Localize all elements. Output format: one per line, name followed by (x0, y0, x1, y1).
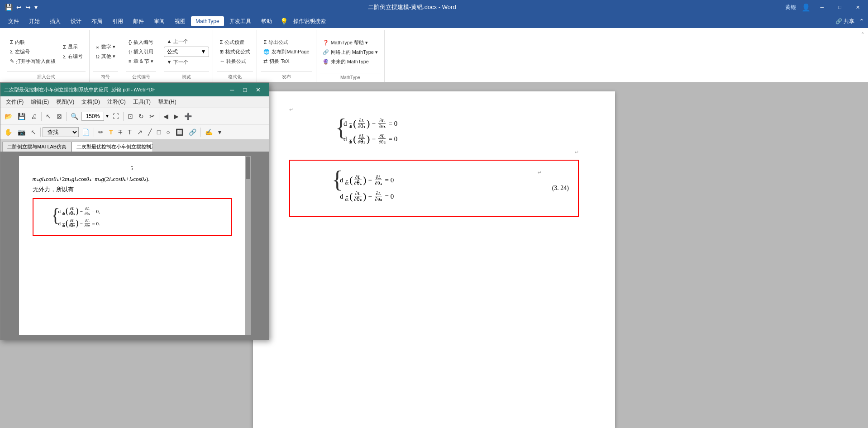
share-btn[interactable]: 🔗 共享 (835, 18, 854, 25)
pdf-select-btn[interactable]: ↖ (43, 111, 53, 121)
zoom-dropdown-icon[interactable]: ▼ (105, 114, 110, 119)
pdf-tab-2[interactable]: 二次型最优控制在小车倒立摆控制系统中的应用_彭锦 ✕ (72, 142, 153, 152)
save-btn-qa[interactable]: 💾 (4, 3, 14, 12)
ribbon: Σ 内联 Σ 左编号 ✎ 打开手写输入面板 Σ 显示 Σ (0, 28, 868, 82)
frac-dt-top2: dt (349, 133, 353, 144)
pdf-next-page-btn[interactable]: ▶ (172, 111, 181, 121)
formula-dropdown[interactable]: 公式 ▼ (164, 47, 209, 57)
pdf-menu-file[interactable]: 文件(F) (2, 97, 27, 107)
pdf-zoom-out-btn[interactable]: 🔍 (68, 111, 81, 121)
pdf-print-btn[interactable]: 🖨 (29, 111, 39, 121)
others-btn[interactable]: Ω 其他 ▾ (93, 52, 118, 61)
menu-design[interactable]: 设计 (66, 16, 86, 27)
menu-layout[interactable]: 布局 (87, 16, 107, 27)
menu-mathtype[interactable]: MathType (191, 16, 224, 26)
pdf-tab-1[interactable]: 二阶倒立摆与MATLAB仿真 (2, 142, 72, 152)
collapse-ribbon-icon[interactable]: ⌃ (861, 32, 864, 37)
pdf-rect-btn[interactable]: □ (155, 127, 163, 137)
pdf-open-btn[interactable]: 📂 (2, 111, 14, 121)
format-formula-btn[interactable]: ⊞ 格式化公式 (217, 48, 253, 56)
undo-btn-qa[interactable]: ↩ (15, 3, 23, 12)
pdf-arrow-btn[interactable]: ↗ (135, 127, 145, 137)
next-btn[interactable]: ▼ 下一个 (164, 58, 209, 67)
export-formula-btn[interactable]: Σ 导出公式 (261, 38, 312, 47)
pdf-menu-help[interactable]: 帮助(H) (154, 97, 180, 107)
menu-mailing[interactable]: 邮件 (129, 16, 148, 27)
pdf-dropdown-btn[interactable]: ▾ (216, 127, 224, 137)
pdf-underline-btn[interactable]: T (125, 127, 134, 137)
pdf-sign-btn[interactable]: ✍ (203, 127, 215, 137)
prev-btn[interactable]: ▲ 上一个 (164, 37, 209, 46)
mathtype-help-btn[interactable]: ❓ MathType 帮助 ▾ (320, 38, 381, 47)
pdf-menu-annot[interactable]: 注释(C) (104, 97, 129, 107)
publish-mathpage-btn[interactable]: 🌐 发布到MathPage (261, 48, 312, 56)
display-btn[interactable]: Σ 显示 (60, 43, 86, 51)
pdf-zoom-input[interactable] (81, 112, 104, 121)
ribbon-group-label-2: 符号 (93, 71, 118, 80)
pdf-search-select[interactable]: 查找 (43, 127, 79, 137)
handwrite-btn[interactable]: ✎ 打开手写输入面板 (7, 57, 58, 66)
switch-tex-btn[interactable]: ⇄ 切换 TeX (261, 57, 312, 66)
pdf-fullscreen-btn[interactable]: ⛶ (110, 111, 121, 121)
menu-home[interactable]: 开始 (24, 16, 44, 27)
right-num-btn[interactable]: Σ 右编号 (60, 52, 86, 61)
pdf-menu-tools[interactable]: 工具(T) (129, 97, 154, 107)
menu-file[interactable]: 文件 (4, 16, 24, 27)
pdf-hand-btn[interactable]: ✋ (2, 127, 14, 137)
formula-preset-btn[interactable]: Σ 公式预置 (217, 38, 253, 47)
chapter-section-btn[interactable]: ≡ 章 & 节 ▾ (126, 57, 156, 66)
pdf-stamp-btn[interactable]: 🔲 (173, 127, 186, 137)
menu-help[interactable]: 帮助 (257, 16, 277, 27)
pdf-menu-view[interactable]: 视图(V) (52, 97, 78, 107)
convert-formula-btn[interactable]: ↔ 转换公式 (217, 57, 253, 66)
pdf-scrollbar[interactable] (245, 156, 251, 335)
pdf-save-btn[interactable]: 💾 (15, 111, 28, 121)
pdf-cursor-btn[interactable]: ↖ (29, 127, 38, 137)
pdf-add-btn[interactable]: ➕ (182, 111, 194, 121)
pdf-fit-btn[interactable]: ⊡ (125, 111, 135, 121)
pdf-maximize-btn[interactable]: □ (238, 83, 251, 96)
pdf-doc-icon[interactable]: 📄 (80, 127, 92, 137)
frac-dL-dtheta2-top: ∂L ∂θ₂ (378, 133, 386, 145)
close-btn[interactable]: ✕ (851, 0, 864, 14)
pdf-strikethrough-btn[interactable]: T (116, 127, 125, 137)
web-mathtype-btn[interactable]: 🔗 网络上的 MathType ▾ (320, 48, 381, 57)
pdf-crop-btn[interactable]: ⊠ (54, 111, 64, 121)
menu-review[interactable]: 审阅 (149, 16, 169, 27)
pdf-close-btn[interactable]: ✕ (251, 83, 265, 96)
pdf-annot-btn[interactable]: ✏ (96, 127, 106, 137)
menu-insert[interactable]: 插入 (45, 16, 65, 27)
user-avatar[interactable]: 👤 (801, 3, 811, 12)
pdf-highlight-btn[interactable]: T (107, 127, 115, 137)
help-icon: ❓ (323, 40, 329, 46)
redo-btn-qa[interactable]: ↪ (24, 3, 32, 12)
pdf-page-number: 5 (33, 165, 232, 172)
insert-num-btn[interactable]: {} 插入编号 (126, 38, 156, 47)
insert-ref-btn[interactable]: {} 插入引用 (126, 48, 156, 56)
pdf-cut-btn[interactable]: ✂ (147, 111, 157, 121)
ribbon-col-symbol: ∞ 数字 ▾ Ω 其他 ▾ (93, 43, 118, 61)
pdf-minimize-btn[interactable]: ─ (225, 83, 238, 96)
pdf-menu-edit[interactable]: 编辑(E) (27, 97, 52, 107)
menu-references[interactable]: 引用 (108, 16, 128, 27)
menu-devtools[interactable]: 开发工具 (225, 16, 256, 27)
customize-qa[interactable]: ▾ (33, 3, 39, 12)
inline-btn[interactable]: Σ 内联 (7, 38, 58, 47)
pdf-circle-btn[interactable]: ○ (164, 127, 172, 137)
numbers-btn[interactable]: ∞ 数字 ▾ (93, 43, 118, 51)
pdf-menu-doc[interactable]: 文档(D) (78, 97, 104, 107)
pdf-rotate-btn[interactable]: ↻ (136, 111, 146, 121)
maximize-btn[interactable]: □ (834, 0, 846, 14)
menu-view[interactable]: 视图 (170, 16, 190, 27)
left-num-btn[interactable]: Σ 左编号 (7, 48, 58, 56)
future-mathtype-btn[interactable]: 🔮 未来的 MathType (320, 57, 381, 66)
preset-icon: Σ (219, 39, 223, 45)
collapse-ribbon-btn[interactable]: ⌃ (859, 18, 864, 25)
pdf-snapshot-btn[interactable]: 📷 (15, 127, 28, 137)
pdf-link-btn[interactable]: 🔗 (186, 127, 199, 137)
minimize-btn[interactable]: ─ (816, 0, 829, 14)
pdf-line-btn[interactable]: ╱ (146, 127, 154, 137)
pdf-scroll-thumb[interactable] (246, 157, 250, 179)
menu-search[interactable]: 操作说明搜索 (289, 16, 330, 27)
pdf-prev-page-btn[interactable]: ◀ (161, 111, 171, 121)
